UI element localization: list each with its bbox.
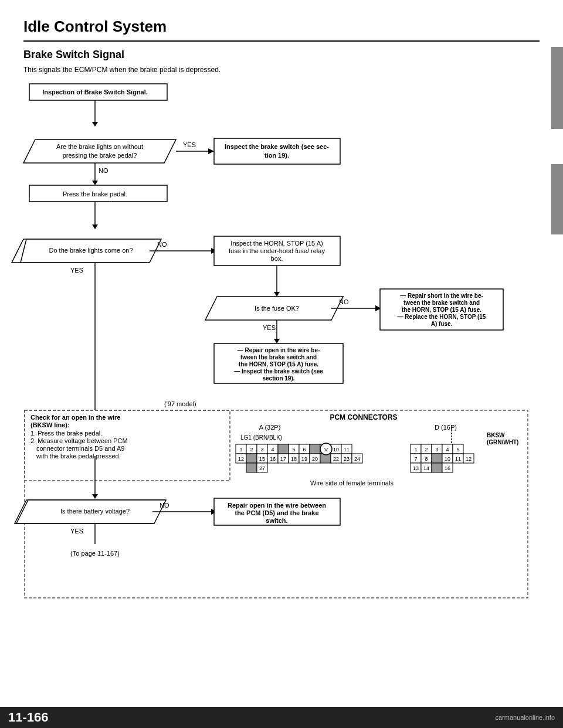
svg-text:A) fuse.: A) fuse. [431,321,453,327]
svg-text:the HORN, STOP (15 A) fuse.: the HORN, STOP (15 A) fuse. [239,361,318,368]
svg-text:10: 10 [333,447,339,453]
svg-text:PCM CONNECTORS: PCM CONNECTORS [330,413,397,421]
svg-text:5: 5 [292,447,295,453]
svg-text:23: 23 [344,456,350,462]
svg-text:11: 11 [455,456,461,462]
svg-text:YES: YES [263,324,276,331]
svg-text:fuse in the under-hood fuse/ r: fuse in the under-hood fuse/ relay [229,247,325,254]
svg-text:tween the brake switch and: tween the brake switch and [240,354,317,360]
svg-text:4: 4 [446,447,449,453]
svg-text:20: 20 [312,456,318,462]
svg-text:NO: NO [160,502,169,509]
svg-text:18: 18 [291,456,297,462]
svg-text:YES: YES [183,141,196,148]
svg-text:Repair open in the wire betwee: Repair open in the wire between [228,502,326,509]
svg-text:12: 12 [238,456,244,462]
page-number: 11-166 [8,710,49,725]
svg-text:Check for an open in the wire: Check for an open in the wire [30,414,120,421]
svg-marker-3 [92,122,98,127]
svg-text:3: 3 [260,447,263,453]
svg-text:Inspect the brake switch (see : Inspect the brake switch (see sec- [225,143,329,150]
divider [23,40,540,42]
svg-text:LG1 (BRN/BLK): LG1 (BRN/BLK) [240,434,282,441]
svg-text:switch.: switch. [266,517,287,524]
svg-rect-91 [246,454,257,463]
svg-text:Wire side of female terminals: Wire side of female terminals [310,479,394,487]
side-tab-2 [551,164,563,234]
svg-text:— Replace the HORN, STOP (15: — Replace the HORN, STOP (15 [398,314,486,320]
svg-text:— Inspect the brake switch (se: — Inspect the brake switch (see [234,368,323,375]
svg-text:27: 27 [259,465,265,471]
svg-text:Inspection of Brake Switch Sig: Inspection of Brake Switch Signal. [42,89,148,96]
svg-text:Do the brake lights come on?: Do the brake lights come on? [49,247,133,254]
svg-text:13: 13 [413,465,419,471]
svg-text:3: 3 [435,447,438,453]
side-tab-1 [551,47,563,129]
flowchart-svg: Inspection of Brake Switch Signal. Are t… [23,81,540,649]
svg-text:connector terminals D5 and A9: connector terminals D5 and A9 [36,445,124,452]
svg-text:tween the brake switch and: tween the brake switch and [403,300,480,306]
svg-text:1.  Press the brake pedal.: 1. Press the brake pedal. [30,430,102,437]
svg-text:19: 19 [301,456,307,462]
svg-text:BKSW: BKSW [487,432,505,438]
svg-marker-8 [208,148,214,154]
svg-text:(GRN/WHT): (GRN/WHT) [487,439,518,445]
svg-text:('97 model): ('97 model) [164,400,196,407]
svg-text:A (32P): A (32P) [259,424,281,431]
svg-text:22: 22 [333,456,339,462]
svg-marker-47 [274,339,280,343]
svg-text:— Repair open in the wire be-: — Repair open in the wire be- [238,347,320,353]
watermark: carmanualonline.info [495,714,555,721]
svg-text:2: 2 [250,447,253,453]
svg-marker-19 [92,224,98,229]
svg-text:pressing the brake pedal?: pressing the brake pedal? [63,152,137,159]
svg-text:1: 1 [414,447,417,453]
svg-text:5: 5 [456,447,459,453]
svg-text:NO: NO [157,241,167,248]
svg-text:box.: box. [271,255,283,262]
bottom-bar: 11-166 carmanualonline.info [0,707,563,728]
svg-text:8: 8 [425,456,428,462]
svg-text:Is there battery voltage?: Is there battery voltage? [60,508,130,515]
svg-text:17: 17 [280,456,286,462]
svg-marker-15 [92,181,98,185]
intro-text: This signals the ECM/PCM when the brake … [23,66,540,74]
svg-text:YES: YES [70,267,83,274]
svg-rect-111 [246,463,257,472]
svg-rect-82 [310,444,320,454]
svg-rect-130 [432,454,442,463]
svg-text:14: 14 [423,465,429,471]
svg-text:2: 2 [425,447,428,453]
svg-rect-141 [432,463,442,472]
svg-text:16: 16 [445,465,450,471]
svg-text:(To page 11-167): (To page 11-167) [70,550,120,557]
svg-text:Press the brake pedal.: Press the brake pedal. [63,190,127,198]
svg-text:10: 10 [445,456,450,462]
svg-text:24: 24 [354,456,360,462]
svg-text:the HORN, STOP (15 A) fuse.: the HORN, STOP (15 A) fuse. [402,307,481,313]
section-title: Brake Switch Signal [23,49,540,61]
svg-text:7: 7 [414,456,417,462]
svg-text:2.  Measure voltage between PC: 2. Measure voltage between PCM [30,437,128,444]
svg-text:16: 16 [270,456,276,462]
svg-text:section 19).: section 19). [262,375,294,382]
svg-rect-77 [278,444,289,454]
svg-text:1: 1 [239,447,242,453]
svg-marker-146 [92,494,98,499]
svg-marker-33 [274,292,280,297]
svg-text:6: 6 [303,447,306,453]
svg-text:the PCM (D5) and the brake: the PCM (D5) and the brake [235,509,318,516]
svg-text:with the brake pedal pressed.: with the brake pedal pressed. [36,453,121,460]
svg-text:tion 19).: tion 19). [264,152,289,159]
svg-text:(BKSW line):: (BKSW line): [30,421,70,428]
svg-text:Inspect the HORN, STOP (15 A): Inspect the HORN, STOP (15 A) [230,240,323,247]
svg-text:NO: NO [99,167,108,174]
svg-text:15: 15 [259,456,265,462]
svg-text:YES: YES [70,528,83,535]
svg-text:D (16P): D (16P) [435,424,457,431]
svg-text:V: V [324,447,328,453]
svg-text:NO: NO [339,298,349,305]
svg-text:— Repair short in the wire be-: — Repair short in the wire be- [400,292,483,299]
svg-rect-10 [214,138,340,164]
page-container: Idle Control System Brake Switch Signal … [0,0,563,663]
